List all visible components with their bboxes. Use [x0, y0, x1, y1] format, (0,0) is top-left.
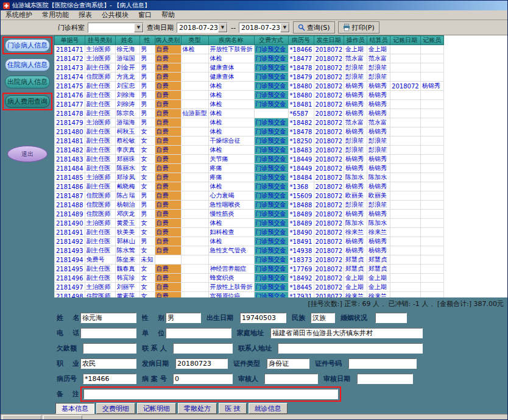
- sidebar-item-discharge-info[interactable]: 出院病人信息: [5, 76, 50, 88]
- taskbar-item[interactable]: [2, 415, 41, 420]
- menu-reports[interactable]: 报表: [74, 10, 97, 20]
- tab-payment-detail[interactable]: 交费明细: [96, 403, 135, 414]
- table-row[interactable]: 2181490主治医师黄爱玉女自费体检门诊预交金*184892018072陈加水…: [55, 219, 444, 228]
- table-row[interactable]: 2181478副主任医陈宗良男自费仙游新型体检*65872018072杨锦秀杨锦…: [55, 109, 444, 118]
- table-row[interactable]: 2181475副主任医刘宝忠男自费体检门诊预交金*184802018072杨锦秀…: [55, 82, 444, 91]
- nation-input[interactable]: [311, 313, 335, 323]
- table-cell: 疼痛: [208, 164, 254, 173]
- table-row[interactable]: 2181491副主任医狄美美女自费妇科检查门诊预交金*184902018072徐…: [55, 228, 444, 237]
- table-row[interactable]: 2181492副主任医郭林山男自费体检门诊预交金*184912018072杨锦秀…: [55, 237, 444, 246]
- tab-scattered-prescription[interactable]: 零散处方: [178, 403, 217, 414]
- table-row[interactable]: 2181477副主任医刘徐涛男自费体检门诊预交金*184812018072杨锦秀…: [55, 100, 444, 109]
- address-input[interactable]: [270, 328, 423, 338]
- sidebar-item-fee-query[interactable]: 病人费用查询: [5, 95, 50, 108]
- column-header[interactable]: 单据号: [55, 36, 85, 45]
- table-row[interactable]: 2181488住院医师杨朝治男自费急性咽喉炎门诊预交金*184882018072…: [55, 201, 444, 210]
- job-input[interactable]: [80, 358, 136, 369]
- sex-input[interactable]: [166, 313, 201, 323]
- marital-input[interactable]: [375, 313, 407, 323]
- sidebar-item-outpatient-info[interactable]: 门诊病人信息: [5, 39, 50, 52]
- menu-window[interactable]: 窗口: [133, 10, 157, 20]
- chevron-down-icon[interactable]: ▼: [134, 23, 143, 32]
- column-header[interactable]: 姓名: [115, 36, 139, 45]
- grid-area: 单据号挂号类别姓名性病人类别类型疾病名称交费方式病历号发生日期操作员结算员记账日…: [54, 35, 508, 297]
- query-button[interactable]: 查询(S): [293, 21, 335, 34]
- table-row[interactable]: 2181494免费号陈坐来未知门诊预交金*183732018072郑慧贞郑慧贞: [55, 255, 444, 265]
- table-row[interactable]: 2181486副主任医戴晓梅女自费体检门诊预交金*13682018072杨锦秀杨…: [55, 182, 444, 191]
- table-row[interactable]: 2181487住院医师陈占瑞男自费心力衰竭门诊预交金*156092018072欧…: [55, 191, 444, 201]
- column-header[interactable]: 挂号类别: [85, 36, 115, 45]
- menu-system[interactable]: 系统维护: [1, 10, 37, 20]
- name-input[interactable]: [80, 313, 136, 323]
- sidebar-exit-button[interactable]: 退出: [7, 146, 48, 162]
- table-row[interactable]: 2181484副主任医陈丽水女自费疼痛门诊预交金*184492018072杨锦秀…: [55, 164, 444, 173]
- table-row[interactable]: 2181481副主任医蔡松敏女自费干燥综合征门诊预交金*182502018072…: [55, 137, 444, 146]
- work-input[interactable]: [166, 328, 231, 338]
- table-cell: 自费: [155, 246, 181, 255]
- date-to-combobox[interactable]: 2018-07-23 ▼: [239, 23, 290, 33]
- contact-input[interactable]: [173, 343, 233, 354]
- table-cell: 女: [139, 182, 155, 191]
- table-row[interactable]: 2181493副主任医陈水莺女自费急性支气管炎门诊预交金*14938201807…: [55, 246, 444, 255]
- table-row[interactable]: 2181485主治医师郑珍凤女自费疼痛门诊预交金*184842018072陈加水…: [55, 173, 444, 182]
- tab-basic-info[interactable]: 基本信息: [55, 403, 94, 414]
- case-no-input[interactable]: [173, 374, 233, 384]
- chevron-down-icon[interactable]: ▼: [218, 23, 227, 32]
- table-row[interactable]: 2181483副主任医郑丽珠女自费关节痛门诊预交金*184492018072杨锦…: [55, 155, 444, 164]
- column-header[interactable]: 病历号: [288, 36, 314, 45]
- sidebar-item-inpatient-info[interactable]: 住院病人信息: [5, 59, 50, 71]
- column-header[interactable]: 记账员: [420, 36, 443, 45]
- table-cell: 女: [139, 283, 155, 292]
- tab-billing-detail[interactable]: 记帐明细: [137, 403, 176, 414]
- auditor-input[interactable]: [264, 374, 318, 384]
- column-header[interactable]: 操作员: [344, 36, 367, 45]
- column-header[interactable]: 类型: [181, 36, 208, 45]
- onset-input[interactable]: [175, 358, 228, 369]
- note-input[interactable]: [83, 389, 338, 399]
- column-header[interactable]: 交费方式: [254, 36, 288, 45]
- table-cell: 徐来兰: [367, 292, 390, 298]
- tab-visit-info[interactable]: 就诊信息: [249, 403, 288, 414]
- table-cell: 杨锦秀: [344, 82, 367, 91]
- id-type-input[interactable]: [267, 358, 309, 369]
- column-header[interactable]: 病人类别: [155, 36, 181, 45]
- table-row[interactable]: 2181476副主任医刘徐海男自费体检门诊预交金*184802018072杨锦秀…: [55, 91, 444, 100]
- mrn-input[interactable]: [83, 374, 136, 384]
- table-row[interactable]: 2181472主治医师游瑞国男自费体检门诊预交金*184772018072范永富…: [55, 54, 444, 63]
- phone-input[interactable]: [80, 328, 136, 338]
- table-row[interactable]: 2181474住院医师方兆龙男自费健康查体门诊预交金*184792018072彭…: [55, 73, 444, 82]
- chevron-down-icon[interactable]: ▼: [280, 23, 289, 32]
- table-row[interactable]: 2181497主治医师刘丽平女自费开放性上肢骨折门诊预交金*1844520180…: [55, 283, 444, 292]
- table-row[interactable]: 2181489住院医师邓庆龙男自费慢性筋炎门诊预交金*184892018072杨…: [55, 210, 444, 219]
- date-from-combobox[interactable]: 2018-07-23 ▼: [177, 23, 228, 33]
- print-button[interactable]: 打印(P): [338, 21, 379, 34]
- tab-medical-tech[interactable]: 医 技: [219, 403, 247, 414]
- table-cell: *18492: [288, 274, 314, 283]
- debt-input[interactable]: [83, 343, 136, 354]
- audit-date-input[interactable]: [357, 374, 413, 384]
- id-no-input[interactable]: [348, 358, 417, 369]
- table-row[interactable]: 2181495副主任医魏春真女自费神经营养能症门诊预交金*17769201807…: [55, 265, 444, 274]
- table-row[interactable]: 2181479主治医师游瑞海男自费体检门诊预交金*184822018072范永富…: [55, 118, 444, 127]
- column-header[interactable]: 记账日期: [390, 36, 421, 45]
- taskbar-item[interactable]: [43, 415, 82, 420]
- column-header[interactable]: 发生日期: [314, 36, 344, 45]
- table-row[interactable]: 2181482副主任医李庆真女自费体检门诊预交金*184832018072彭浪笙…: [55, 146, 444, 155]
- table-row[interactable]: 2181473副主任医刘金开男自费健康查体门诊预交金*184782018072彭…: [55, 63, 444, 73]
- table-row[interactable]: 2181480副主任医柯秋玉女自费体检门诊预交金*184782018072杨锦秀…: [55, 127, 444, 137]
- table-cell: 2018072: [314, 45, 344, 54]
- column-header[interactable]: 疾病名称: [208, 36, 254, 45]
- column-header[interactable]: 结算员: [367, 36, 390, 45]
- table-row[interactable]: 2181471主治医师徐元海男自费体检开放性下肢骨折门诊预交金*18466201…: [55, 45, 444, 54]
- dept-combobox[interactable]: ▼: [88, 23, 144, 33]
- contact-addr-input[interactable]: [278, 343, 423, 354]
- menu-modules[interactable]: 公共模块: [97, 10, 133, 20]
- birth-input[interactable]: [240, 313, 286, 323]
- menu-common[interactable]: 常用功能: [37, 10, 74, 20]
- table-row[interactable]: 2181496副主任医韩宾珍女自费蜂窝织炎门诊预交金*184922018072金…: [55, 274, 444, 283]
- table-row[interactable]: 2181498住院医师黄素萍女自费宫颈原位癌门诊预交金*179312018072…: [55, 292, 444, 298]
- table-cell: 2018072: [314, 164, 344, 173]
- form-row-1: 姓 名 性 别 出生日期 民族 婚姻状况: [54, 310, 508, 326]
- menu-help[interactable]: 帮助: [157, 10, 180, 20]
- column-header[interactable]: 性: [139, 36, 155, 45]
